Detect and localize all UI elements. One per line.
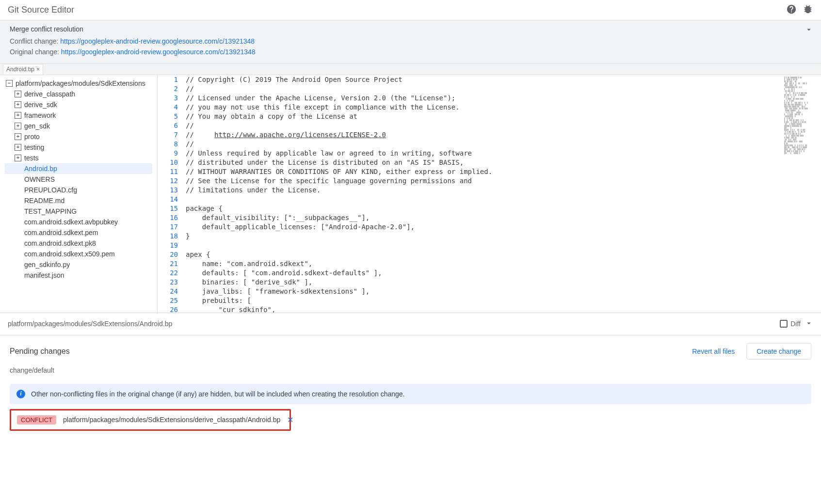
line-gutter: 1234567891011121314151617181920212223242… — [158, 75, 186, 313]
code-editor[interactable]: 1234567891011121314151617181920212223242… — [158, 75, 782, 313]
pending-title: Pending changes — [10, 347, 692, 356]
tab-android-bp[interactable]: Android.bp × — [3, 64, 43, 75]
info-text: Other non-conflicting files in the origi… — [31, 390, 404, 398]
tree-label: derive_sdk — [24, 101, 57, 109]
app-title: Git Source Editor — [8, 5, 786, 15]
tree-label: TEST_MAPPING — [24, 207, 77, 215]
tree-label: README.md — [24, 197, 64, 205]
tab-label: Android.bp — [6, 66, 34, 73]
conflict-file-path: platform/packages/modules/SdkExtensions/… — [63, 416, 280, 424]
tree-label: proto — [24, 133, 40, 141]
pending-changes-section: Pending changes Revert all files Create … — [0, 335, 821, 384]
tree-file[interactable]: README.md — [5, 195, 152, 206]
tree-label: com.android.sdkext.pem — [24, 229, 98, 236]
original-change-label: Original change: — [10, 48, 61, 56]
tree-file[interactable]: com.android.sdkext.x509.pem — [5, 249, 152, 259]
merge-conflict-panel: Merge conflict resolution Conflict chang… — [0, 20, 821, 64]
close-icon[interactable]: × — [36, 66, 40, 73]
tree-folder[interactable]: +tests — [5, 153, 152, 163]
tree-file[interactable]: gen_sdkinfo.py — [5, 259, 152, 270]
diff-dropdown-icon[interactable] — [805, 319, 813, 329]
expand-icon[interactable]: + — [15, 123, 21, 129]
tree-folder[interactable]: +derive_sdk — [5, 99, 152, 110]
bug-icon[interactable] — [803, 4, 813, 16]
tree-label: com.android.sdkext.avbpubkey — [24, 218, 118, 226]
tree-label: gen_sdk — [24, 122, 50, 130]
tree-file[interactable]: com.android.sdkext.avbpubkey — [5, 217, 152, 227]
tree-folder[interactable]: +framework — [5, 110, 152, 121]
discard-icon[interactable]: ✕ — [287, 415, 293, 425]
create-change-button[interactable]: Create change — [746, 343, 811, 360]
change-ref: change/default — [10, 366, 811, 374]
path-bar: platform/packages/modules/SdkExtensions/… — [0, 313, 821, 335]
current-file-path: platform/packages/modules/SdkExtensions/… — [8, 320, 172, 328]
tree-file[interactable]: OWNERS — [5, 174, 152, 185]
tree-label: OWNERS — [24, 175, 55, 183]
tree-file[interactable]: com.android.sdkext.pem — [5, 227, 152, 238]
expand-icon[interactable]: + — [15, 101, 21, 108]
editor-tabbar: Android.bp × — [0, 64, 821, 75]
tree-folder[interactable]: +testing — [5, 142, 152, 153]
original-change-link[interactable]: https://googleplex-android-review.google… — [61, 48, 256, 56]
expand-icon[interactable]: + — [15, 91, 21, 97]
info-banner: i Other non-conflicting files in the ori… — [10, 384, 811, 404]
tree-file[interactable]: Android.bp — [5, 163, 152, 174]
app-header: Git Source Editor — [0, 0, 821, 20]
tree-file[interactable]: com.android.sdkext.pk8 — [5, 238, 152, 249]
merge-title: Merge conflict resolution — [10, 25, 811, 33]
tree-label: testing — [24, 143, 44, 151]
tree-label: tests — [24, 154, 39, 162]
tree-label: com.android.sdkext.x509.pem — [24, 250, 115, 258]
diff-checkbox[interactable] — [780, 320, 788, 328]
diff-label: Diff — [790, 320, 801, 328]
code-content[interactable]: // Copyright (C) 2019 The Android Open S… — [186, 75, 782, 313]
file-tree[interactable]: −platform/packages/modules/SdkExtensions… — [0, 75, 158, 313]
conflict-badge: CONFLICT — [17, 415, 56, 425]
tree-label: derive_classpath — [24, 90, 75, 98]
tree-folder[interactable]: −platform/packages/modules/SdkExtensions — [5, 78, 152, 89]
tree-label: platform/packages/modules/SdkExtensions — [16, 79, 145, 87]
conflict-file-row[interactable]: CONFLICT platform/packages/modules/SdkEx… — [10, 409, 291, 431]
tree-folder[interactable]: +proto — [5, 131, 152, 142]
tree-label: PREUPLOAD.cfg — [24, 186, 77, 194]
expand-icon[interactable]: + — [15, 155, 21, 161]
info-icon: i — [16, 390, 25, 398]
expand-icon[interactable]: + — [15, 112, 21, 119]
conflict-change-link[interactable]: https://googleplex-android-review.google… — [60, 37, 255, 45]
tree-file[interactable]: PREUPLOAD.cfg — [5, 185, 152, 195]
tree-folder[interactable]: +gen_sdk — [5, 121, 152, 131]
minimap[interactable]: █ █ ██ ████████ █ ███ ████ █ ██ ████ ██ … — [782, 75, 821, 313]
tree-label: framework — [24, 111, 56, 119]
tree-label: manifest.json — [24, 271, 64, 279]
tree-file[interactable]: manifest.json — [5, 270, 152, 281]
tree-file[interactable]: TEST_MAPPING — [5, 206, 152, 217]
conflict-change-label: Conflict change: — [10, 37, 60, 45]
revert-all-button[interactable]: Revert all files — [692, 347, 735, 355]
expand-icon[interactable]: + — [15, 144, 21, 151]
help-icon[interactable] — [786, 4, 797, 16]
tree-label: gen_sdkinfo.py — [24, 261, 70, 268]
expand-icon[interactable]: + — [15, 133, 21, 140]
tree-label: com.android.sdkext.pk8 — [24, 239, 96, 247]
tree-label: Android.bp — [24, 165, 57, 173]
collapse-icon[interactable]: − — [6, 80, 13, 87]
tree-folder[interactable]: +derive_classpath — [5, 89, 152, 99]
collapse-panel-icon[interactable] — [805, 25, 813, 35]
